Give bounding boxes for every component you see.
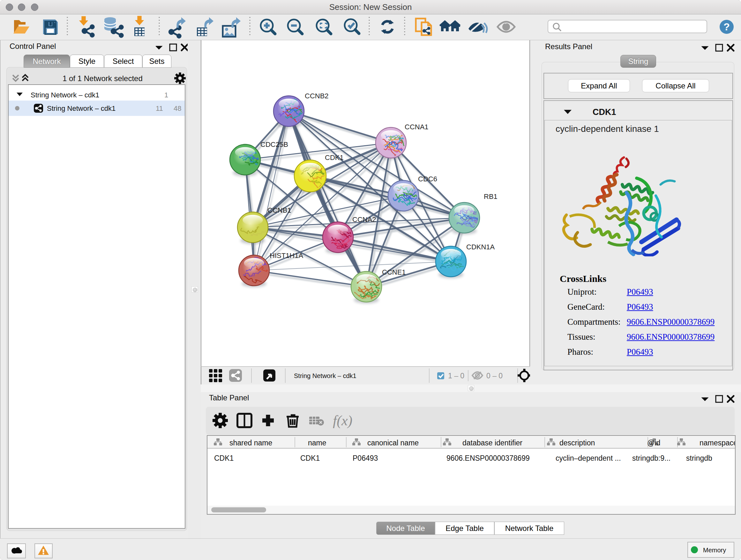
svg-text:RB1: RB1 <box>484 192 497 200</box>
svg-text:String Network – cdk1: String Network – cdk1 <box>294 372 356 379</box>
svg-text:0 – 0: 0 – 0 <box>486 372 502 380</box>
svg-text:cyclin–dependent ...: cyclin–dependent ... <box>556 454 621 462</box>
svg-text:CDC25B: CDC25B <box>260 140 288 148</box>
svg-text:CCNB2: CCNB2 <box>305 92 329 100</box>
svg-text:stringdb: stringdb <box>686 454 712 462</box>
svg-text:?: ? <box>724 21 730 33</box>
svg-text:stringdb:9...: stringdb:9... <box>632 454 670 462</box>
svg-text:f(x): f(x) <box>333 413 352 428</box>
svg-text:CDK1: CDK1 <box>300 454 320 462</box>
svg-text:description: description <box>559 439 595 447</box>
svg-text:1: 1 <box>164 91 168 99</box>
svg-text:CDK1: CDK1 <box>593 107 616 117</box>
svg-text:11: 11 <box>156 105 163 112</box>
svg-text:P06493: P06493 <box>353 454 378 462</box>
svg-text:CCNA2: CCNA2 <box>352 215 376 224</box>
svg-text:@id: @id <box>647 439 660 447</box>
svg-text:CCNB1: CCNB1 <box>267 206 291 214</box>
svg-text:9606.ENSP00000378699: 9606.ENSP00000378699 <box>447 454 530 462</box>
svg-text:name: name <box>308 439 327 447</box>
svg-text:canonical name: canonical name <box>367 439 419 447</box>
svg-text:CDKN1A: CDKN1A <box>466 243 495 251</box>
svg-text:shared name: shared name <box>229 439 272 447</box>
svg-text:48: 48 <box>174 105 181 112</box>
svg-text:CDK1: CDK1 <box>214 454 233 462</box>
svg-text:CCNE1: CCNE1 <box>382 268 406 276</box>
svg-text:String Network – cdk1: String Network – cdk1 <box>47 105 116 112</box>
svg-text:1 – 0: 1 – 0 <box>448 372 464 380</box>
svg-text:Memory: Memory <box>703 547 726 554</box>
svg-text:String Network – cdk1: String Network – cdk1 <box>30 91 99 99</box>
svg-text:1 of 1 Network selected: 1 of 1 Network selected <box>63 74 143 83</box>
svg-text:database identifier: database identifier <box>462 439 522 447</box>
svg-text:HIST1H1A: HIST1H1A <box>270 252 303 260</box>
svg-text:CCNA1: CCNA1 <box>405 123 428 131</box>
svg-text:CDK1: CDK1 <box>325 153 344 162</box>
svg-text:namespace: namespace <box>699 439 735 447</box>
svg-text:CDC6: CDC6 <box>418 175 437 183</box>
